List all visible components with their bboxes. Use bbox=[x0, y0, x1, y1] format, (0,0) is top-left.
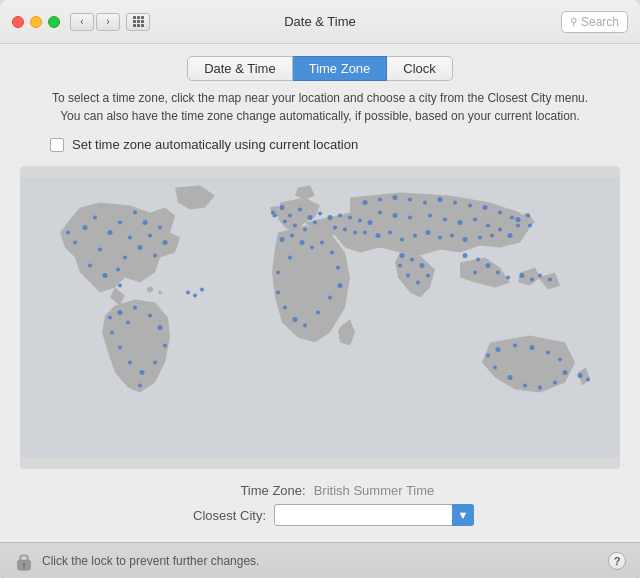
svg-point-18 bbox=[103, 273, 108, 278]
auto-timezone-row: Set time zone automatically using curren… bbox=[20, 137, 620, 152]
svg-point-48 bbox=[338, 214, 342, 218]
svg-point-121 bbox=[496, 347, 501, 352]
svg-point-92 bbox=[516, 224, 520, 228]
svg-point-25 bbox=[148, 314, 152, 318]
svg-point-112 bbox=[476, 258, 480, 262]
svg-point-22 bbox=[118, 284, 122, 288]
svg-point-19 bbox=[116, 268, 120, 272]
svg-point-52 bbox=[333, 226, 337, 230]
svg-point-133 bbox=[516, 217, 521, 222]
svg-point-54 bbox=[353, 231, 357, 235]
svg-point-102 bbox=[478, 236, 482, 240]
help-button[interactable]: ? bbox=[608, 552, 626, 570]
city-input[interactable] bbox=[274, 504, 474, 526]
svg-point-113 bbox=[486, 263, 491, 268]
svg-point-139 bbox=[578, 373, 583, 378]
svg-point-111 bbox=[463, 253, 468, 258]
svg-point-100 bbox=[450, 234, 454, 238]
svg-point-79 bbox=[483, 205, 488, 210]
svg-point-47 bbox=[328, 215, 333, 220]
city-row: Closest City: ▼ bbox=[166, 504, 474, 526]
instruction-text: To select a time zone, click the map nea… bbox=[20, 89, 620, 125]
svg-point-75 bbox=[423, 201, 427, 205]
svg-point-82 bbox=[378, 211, 382, 215]
svg-point-104 bbox=[400, 253, 405, 258]
svg-point-93 bbox=[363, 231, 367, 235]
tab-clock[interactable]: Clock bbox=[387, 56, 453, 81]
svg-point-15 bbox=[123, 256, 127, 260]
nav-buttons: ‹ › bbox=[70, 13, 120, 31]
svg-point-70 bbox=[288, 256, 292, 260]
svg-point-5 bbox=[108, 230, 113, 235]
svg-point-101 bbox=[463, 237, 468, 242]
svg-point-115 bbox=[506, 276, 510, 280]
svg-point-9 bbox=[128, 236, 132, 240]
svg-point-65 bbox=[303, 324, 307, 328]
svg-point-76 bbox=[438, 197, 443, 202]
svg-point-105 bbox=[410, 258, 414, 262]
svg-point-21 bbox=[66, 231, 70, 235]
svg-point-129 bbox=[523, 384, 527, 388]
svg-point-86 bbox=[443, 218, 447, 222]
svg-point-55 bbox=[280, 237, 285, 242]
tab-datetime[interactable]: Date & Time bbox=[187, 56, 293, 81]
auto-timezone-checkbox[interactable] bbox=[50, 138, 64, 152]
traffic-lights bbox=[12, 16, 60, 28]
search-box[interactable]: ⚲ Search bbox=[561, 11, 628, 33]
svg-point-43 bbox=[313, 221, 317, 225]
svg-point-123 bbox=[530, 345, 535, 350]
timezone-value: British Summer Time bbox=[314, 483, 435, 498]
svg-point-16 bbox=[98, 248, 102, 252]
svg-point-58 bbox=[310, 246, 314, 250]
svg-point-29 bbox=[140, 370, 145, 375]
svg-point-103 bbox=[490, 234, 494, 238]
svg-point-136 bbox=[186, 291, 190, 295]
back-button[interactable]: ‹ bbox=[70, 13, 94, 31]
svg-point-95 bbox=[388, 231, 392, 235]
svg-point-140 bbox=[586, 378, 590, 382]
svg-point-1 bbox=[147, 287, 153, 293]
svg-point-6 bbox=[118, 221, 122, 225]
city-input-wrap: ▼ bbox=[274, 504, 474, 526]
svg-point-80 bbox=[498, 211, 502, 215]
grid-view-button[interactable] bbox=[126, 13, 150, 31]
svg-point-28 bbox=[153, 361, 157, 365]
svg-point-34 bbox=[126, 321, 130, 325]
city-label: Closest City: bbox=[166, 508, 266, 523]
forward-button[interactable]: › bbox=[96, 13, 120, 31]
minimize-button[interactable] bbox=[30, 16, 42, 28]
close-button[interactable] bbox=[12, 16, 24, 28]
svg-point-81 bbox=[510, 216, 514, 220]
svg-point-39 bbox=[308, 215, 313, 220]
world-map[interactable] bbox=[20, 166, 620, 469]
svg-point-44 bbox=[318, 212, 322, 216]
svg-point-138 bbox=[200, 288, 204, 292]
lock-icon[interactable] bbox=[14, 550, 34, 572]
svg-point-127 bbox=[553, 381, 557, 385]
tab-timezone[interactable]: Time Zone bbox=[293, 56, 388, 81]
window-title: Date & Time bbox=[284, 14, 356, 29]
svg-point-130 bbox=[508, 375, 513, 380]
svg-point-14 bbox=[153, 254, 157, 258]
svg-point-137 bbox=[193, 294, 197, 298]
zoom-button[interactable] bbox=[48, 16, 60, 28]
svg-point-4 bbox=[93, 216, 97, 220]
svg-point-74 bbox=[408, 198, 412, 202]
svg-point-8 bbox=[143, 220, 148, 225]
svg-point-117 bbox=[520, 273, 525, 278]
svg-point-87 bbox=[458, 220, 463, 225]
svg-point-77 bbox=[453, 201, 457, 205]
svg-point-2 bbox=[158, 291, 162, 295]
svg-point-73 bbox=[393, 195, 398, 200]
svg-point-67 bbox=[283, 306, 287, 310]
svg-point-90 bbox=[498, 228, 502, 232]
svg-point-97 bbox=[413, 234, 417, 238]
city-dropdown-arrow[interactable]: ▼ bbox=[452, 504, 474, 526]
svg-point-88 bbox=[473, 218, 477, 222]
svg-point-135 bbox=[528, 224, 532, 228]
svg-point-12 bbox=[158, 226, 162, 230]
svg-point-53 bbox=[343, 228, 347, 232]
svg-point-91 bbox=[508, 233, 513, 238]
svg-point-134 bbox=[526, 214, 530, 218]
svg-point-108 bbox=[416, 281, 420, 285]
